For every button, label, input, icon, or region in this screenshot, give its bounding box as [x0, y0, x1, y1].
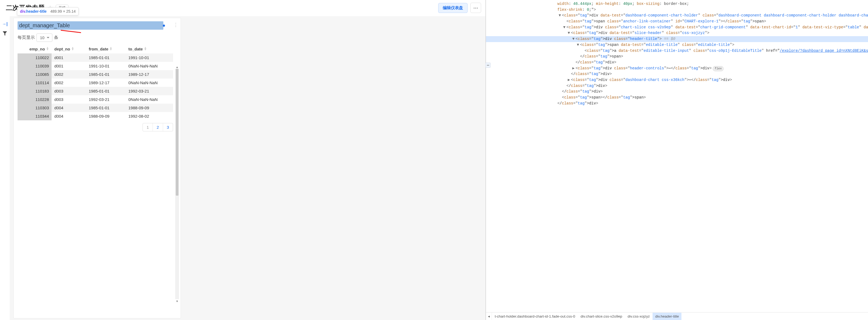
dom-inline-style[interactable]: width: 46.444px; min-height: 40px; box-s… — [486, 1, 868, 7]
dashboard-body: →| div.header-title 489.99 × 25.14 ⋮ dep… — [0, 16, 486, 320]
cell-to_date: 1991-10-01 — [126, 54, 173, 62]
chart-title-text: dept_manager_Table — [19, 22, 70, 28]
cell-to_date: 1992-08-02 — [126, 112, 173, 120]
cell-dept_no: d002 — [52, 70, 86, 78]
page-size-row: 每页显示 10 条 — [18, 33, 173, 42]
table-row[interactable]: 110303d0041985-01-011988-09-09 — [18, 104, 173, 112]
cell-dept_no: d003 — [52, 87, 86, 95]
tooltip-class: .header-title — [25, 9, 46, 13]
dom-node[interactable]: </class="tag">div> — [486, 60, 868, 66]
chart-title-highlighted[interactable]: dept_manager_Table — [18, 21, 163, 30]
tooltip-tag: div — [20, 9, 25, 13]
dom-tree[interactable]: width: 46.444px; min-height: 40px; box-s… — [486, 0, 868, 312]
dom-node[interactable]: ▼<class="tag">div data-test="dashboard-c… — [486, 13, 868, 19]
table-row[interactable]: 110085d0021985-01-011989-12-17 — [18, 70, 173, 78]
cell-dept_no: d002 — [52, 78, 86, 87]
cell-emp_no: 110039 — [18, 62, 52, 70]
side-rail: →| — [0, 16, 10, 320]
breadcrumb-back-icon[interactable]: ◂ — [486, 313, 492, 320]
data-table: emp_no▲▼ dept_no▲▼ from_date▲▼ to_date▲▼… — [18, 44, 173, 120]
breadcrumb-item-selected[interactable]: div.header-title — [653, 313, 682, 320]
cell-to_date: 1992-03-21 — [126, 87, 173, 95]
dom-node[interactable]: ▶<class="tag">div class="header-controls… — [486, 66, 868, 71]
cell-emp_no: 110228 — [18, 95, 52, 104]
cell-dept_no: d001 — [52, 62, 86, 70]
page-size-label-before: 每页显示 — [18, 35, 35, 40]
cell-dept_no: d001 — [52, 54, 86, 62]
table-row[interactable]: 110039d0011991-10-010NaN-NaN-NaN — [18, 62, 173, 70]
devtools-breadcrumbs: ◂ t-chart-holder.dashboard-chart-id-1.fa… — [486, 312, 868, 320]
cell-dept_no: d004 — [52, 104, 86, 112]
cell-from_date: 1985-01-01 — [86, 87, 126, 95]
page-1[interactable]: 1 — [143, 123, 153, 131]
expand-sidebar-icon[interactable]: →| — [2, 22, 7, 26]
dom-node[interactable]: </class="tag">span> — [486, 54, 868, 60]
scroll-thumb[interactable] — [176, 69, 179, 196]
table-scrollbar[interactable]: ▲ ▼ — [175, 69, 179, 299]
cell-from_date: 1985-01-01 — [86, 70, 126, 78]
page-2[interactable]: 2 — [153, 123, 162, 131]
table-row[interactable]: 110228d0031992-03-210NaN-NaN-NaN — [18, 95, 173, 104]
scroll-up-icon[interactable]: ▲ — [175, 65, 179, 69]
cell-emp_no: 110114 — [18, 78, 52, 87]
element-inspector-tooltip: div.header-title 489.99 × 25.14 — [17, 7, 79, 15]
col-to_date[interactable]: to_date▲▼ — [126, 44, 173, 54]
dom-node[interactable]: ▶<class="tag">div class="dashboard-chart… — [486, 77, 868, 83]
dashboard-pane: 二次开发专题 草稿 编辑仪表盘 ⋯ →| div.header-title 48… — [0, 0, 486, 320]
table-row[interactable]: 110114d0021989-12-170NaN-NaN-NaN — [18, 78, 173, 87]
breadcrumb-item[interactable]: div.css-xojzyz — [625, 313, 653, 320]
page-3[interactable]: 3 — [163, 123, 173, 131]
cell-from_date: 1988-09-09 — [86, 112, 126, 120]
cell-from_date: 1985-01-01 — [86, 104, 126, 112]
page-size-select[interactable]: 10 — [36, 33, 52, 42]
dom-node[interactable]: </class="tag">div> — [486, 101, 868, 106]
cell-from_date: 1992-03-21 — [86, 95, 126, 104]
cell-from_date: 1991-10-01 — [86, 62, 126, 70]
dashboard-more-button[interactable]: ⋯ — [470, 3, 481, 13]
dom-node[interactable]: ▼<class="tag">div class="chart-slice css… — [486, 25, 868, 31]
filter-icon[interactable] — [3, 31, 7, 36]
inspector-anchor-dot — [163, 25, 165, 27]
tooltip-dimensions: 489.99 × 25.14 — [50, 9, 75, 13]
table-row[interactable]: 110183d0031985-01-011992-03-21 — [18, 87, 173, 95]
devtools-row-actions-icon[interactable]: ⋯ — [486, 63, 490, 68]
cell-emp_no: 110085 — [18, 70, 52, 78]
edit-dashboard-button[interactable]: 编辑仪表盘 — [438, 3, 468, 13]
table-row[interactable]: 110344d0041988-09-091992-08-02 — [18, 112, 173, 120]
cell-to_date: 0NaN-NaN-NaN — [126, 78, 173, 87]
table-header-row: emp_no▲▼ dept_no▲▼ from_date▲▼ to_date▲▼ — [18, 44, 173, 54]
cell-to_date: 1988-09-09 — [126, 104, 173, 112]
dom-node-selected[interactable]: ▼<class="tag">div class="header-title"> … — [486, 36, 868, 42]
pagination: 1 2 3 — [143, 123, 173, 131]
cell-dept_no: d003 — [52, 95, 86, 104]
cell-emp_no: 110183 — [18, 87, 52, 95]
cell-dept_no: d004 — [52, 112, 86, 120]
dom-node[interactable]: ▼<class="tag">div data-test="slice-heade… — [486, 30, 868, 36]
scroll-down-icon[interactable]: ▼ — [175, 299, 179, 303]
cell-emp_no: 110022 — [18, 54, 52, 62]
cell-to_date: 0NaN-NaN-NaN — [126, 62, 173, 70]
chart-card: div.header-title 489.99 × 25.14 ⋮ dept_m… — [13, 18, 181, 318]
chart-menu-icon[interactable]: ⋮ — [173, 22, 179, 28]
breadcrumb-item[interactable]: t-chart-holder.dashboard-chart-id-1.fade… — [492, 313, 578, 320]
dom-node[interactable]: <class="tag">span class="anchor-link-con… — [486, 19, 868, 25]
dom-node[interactable]: </class="tag">div> — [486, 83, 868, 89]
table-row[interactable]: 110022d0011985-01-011991-10-01 — [18, 54, 173, 62]
page-size-label-after: 条 — [54, 35, 58, 40]
cell-from_date: 1989-12-17 — [86, 78, 126, 87]
col-emp_no[interactable]: emp_no▲▼ — [18, 44, 52, 54]
devtools-pane: ⋯ width: 46.444px; min-height: 40px; box… — [486, 0, 868, 320]
cell-to_date: 0NaN-NaN-NaN — [126, 95, 173, 104]
cell-to_date: 1989-12-17 — [126, 70, 173, 78]
cell-from_date: 1985-01-01 — [86, 54, 126, 62]
dom-inline-style[interactable]: flex-shrink: 0;"> — [486, 7, 868, 13]
dom-node[interactable]: ▼<class="tag">span data-test="editable-t… — [486, 42, 868, 48]
dom-node[interactable]: </class="tag">div> — [486, 89, 868, 95]
col-from_date[interactable]: from_date▲▼ — [86, 44, 126, 54]
dom-node[interactable]: <class="tag">a data-test="editable-title… — [486, 48, 868, 54]
cell-emp_no: 110344 — [18, 112, 52, 120]
col-dept_no[interactable]: dept_no▲▼ — [52, 44, 86, 54]
dom-node[interactable]: </class="tag">div> — [486, 71, 868, 77]
dom-node[interactable]: <class="tag">span></class="tag">span> — [486, 95, 868, 101]
breadcrumb-item[interactable]: div.chart-slice.css-v2o9ep — [578, 313, 625, 320]
